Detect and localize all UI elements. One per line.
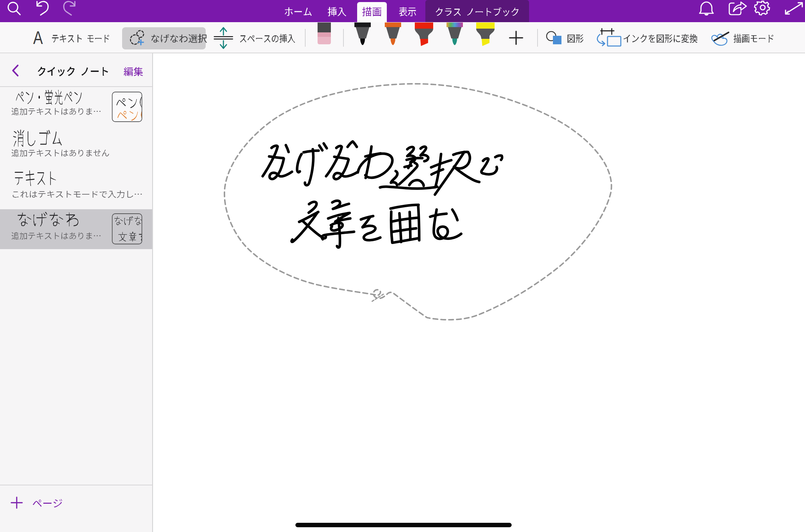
- svg-text:A: A: [33, 28, 43, 48]
